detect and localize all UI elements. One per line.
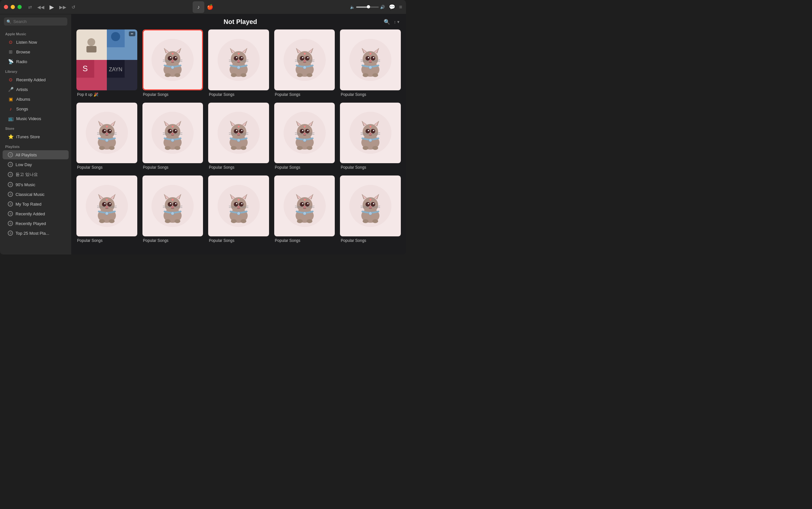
sidebar-item-artists[interactable]: 🎤 Artists (3, 85, 69, 94)
recently-added-icon: ⊙ (8, 77, 13, 82)
grid-item-14[interactable]: ♥ Popular Songs (340, 175, 401, 243)
svg-point-208 (109, 219, 115, 223)
svg-point-278 (368, 203, 369, 204)
svg-point-136 (234, 129, 238, 133)
titlebar-right: 🔈 🔊 💬 ≡ (350, 4, 402, 10)
search-button[interactable]: 🔍 (384, 19, 390, 25)
svg-text:♥: ♥ (172, 124, 174, 129)
prev-button[interactable]: ◀◀ (37, 4, 44, 10)
svg-point-236 (234, 202, 238, 207)
sidebar-item-radio[interactable]: 📡 Radio (3, 57, 69, 66)
grid-item-0[interactable]: S ZAYN ✏ Pop it up 🎉 (76, 30, 137, 98)
sidebar-item-albums[interactable]: ▣ Albums (3, 95, 69, 104)
sidebar-item-listen-now[interactable]: ⊙ Listen Now (3, 38, 69, 47)
sidebar-item-top-25[interactable]: ⚙ Top 25 Most Pla... (3, 229, 69, 238)
search-input[interactable] (13, 19, 65, 24)
shuffle-button[interactable]: ⇄ (28, 4, 32, 10)
grid-item-8[interactable]: ♥ Popular Songs (274, 103, 335, 171)
svg-point-137 (239, 129, 244, 133)
sidebar-item-music-videos[interactable]: 📺 Music Videos (3, 114, 69, 123)
svg-point-217 (173, 202, 177, 207)
maximize-button[interactable] (17, 5, 22, 9)
search-box[interactable]: 🔍 (4, 18, 67, 26)
grid-item-9[interactable]: ♥ Popular Songs (340, 103, 401, 171)
header-actions: 🔍 ↕ ▾ (384, 19, 400, 25)
svg-point-120 (172, 133, 174, 134)
volume-thumb[interactable] (367, 5, 370, 8)
sidebar-item-recently-added-playlist[interactable]: ⚙ Recently Added (3, 209, 69, 218)
sidebar-item-classical[interactable]: ⚙ Classical Music (3, 190, 69, 199)
svg-text:♥: ♥ (369, 52, 372, 56)
sidebar-item-90s-music[interactable]: ⚙ 90's Music (3, 180, 69, 189)
classical-label: Classical Music (15, 192, 45, 197)
svg-text:♥: ♥ (237, 124, 240, 129)
grid-item-1[interactable]: ♥ Popular Songs (142, 30, 203, 98)
svg-point-260 (304, 206, 306, 208)
svg-point-107 (99, 146, 105, 150)
grid-item-11[interactable]: ♥ Popular Songs (142, 175, 203, 243)
listen-now-icon: ⊙ (8, 39, 13, 45)
sidebar-item-recently-added[interactable]: ⊙ Recently Added (3, 75, 69, 84)
volume-control[interactable]: 🔈 🔊 (350, 5, 385, 9)
grid-item-6[interactable]: ♥ Popular Songs (142, 103, 203, 171)
queue-button[interactable]: ≡ (399, 4, 402, 10)
browse-icon: ⊞ (8, 49, 13, 55)
grid-item-12[interactable]: ♥ Popular Songs (208, 175, 269, 243)
close-button[interactable] (4, 5, 8, 9)
itunes-store-icon: ⭐ (8, 134, 13, 139)
sidebar-item-itunes-store[interactable]: ⭐ iTunes Store (3, 132, 69, 141)
sidebar-item-recently-played[interactable]: ⚙ Recently Played (3, 219, 69, 228)
svg-point-17 (173, 56, 177, 61)
all-playlists-icon: ⚙ (8, 152, 13, 157)
sidebar-item-my-top-rated[interactable]: ⚙ My Top Rated (3, 199, 69, 208)
svg-point-187 (363, 146, 368, 150)
low-day-label: Low Day (15, 162, 32, 167)
svg-point-67 (297, 73, 303, 77)
minimize-button[interactable] (11, 5, 15, 9)
sort-button[interactable]: ↕ ▾ (394, 20, 400, 24)
artists-icon: 🎤 (8, 87, 13, 92)
svg-point-116 (168, 129, 172, 133)
svg-text:♥: ♥ (304, 124, 306, 129)
svg-point-240 (238, 206, 240, 208)
all-playlists-label: All Playlists (15, 152, 37, 157)
grid-item-10[interactable]: ♥ Popular Songs (76, 175, 137, 243)
grid-item-5[interactable]: ♥ Popular Songs (76, 103, 137, 171)
lyrics-button[interactable]: 💬 (389, 4, 395, 10)
svg-point-207 (99, 219, 105, 223)
grid-item-2[interactable]: ♥ Popular Songs (208, 30, 269, 98)
titlebar-center: ♪ 🍎 (192, 1, 213, 13)
page-title: Not Played (97, 18, 384, 26)
traffic-lights (4, 5, 22, 9)
album-label: Popular Songs (76, 236, 137, 243)
next-button[interactable]: ▶▶ (59, 4, 66, 10)
svg-point-256 (300, 202, 304, 207)
grid-item-7[interactable]: ♥ Popular Songs (208, 103, 269, 171)
radio-label: Radio (16, 59, 27, 64)
playlists-section-label: Playlists (0, 141, 71, 150)
svg-point-185 (369, 139, 372, 142)
play-button[interactable]: ▶ (49, 4, 54, 11)
svg-point-257 (305, 202, 310, 207)
titlebar: ⇄ ◀◀ ▶ ▶▶ ↺ ♪ 🍎 🔈 🔊 💬 ≡ (0, 0, 406, 14)
sidebar-item-low-day[interactable]: ⚙ Low Day (3, 160, 69, 169)
svg-point-18 (170, 57, 171, 58)
svg-text:♥: ♥ (237, 52, 240, 56)
volume-track[interactable] (356, 6, 379, 8)
sidebar-item-browse[interactable]: ⊞ Browse (3, 47, 69, 56)
grid-item-13[interactable]: ♥ Popular Songs (274, 175, 335, 243)
sidebar-item-korean[interactable]: ⚙ 듣고 있나요 (3, 170, 69, 179)
svg-point-198 (104, 203, 106, 204)
grid-item-3[interactable]: ♥ Popular Songs (274, 30, 335, 98)
svg-point-245 (237, 212, 240, 215)
sidebar-item-songs[interactable]: ♪ Songs (3, 104, 69, 113)
sidebar-item-all-playlists[interactable]: ⚙ All Playlists (3, 150, 69, 159)
album-label: Popular Songs (274, 163, 335, 170)
svg-point-96 (102, 129, 107, 133)
svg-point-148 (241, 146, 246, 150)
my-top-rated-label: My Top Rated (15, 202, 41, 207)
grid-item-4[interactable]: ♥ Popular Songs (340, 30, 401, 98)
album-label: Popular Songs (208, 90, 269, 98)
repeat-button[interactable]: ↺ (72, 4, 75, 10)
search-icon: 🔍 (6, 20, 11, 24)
